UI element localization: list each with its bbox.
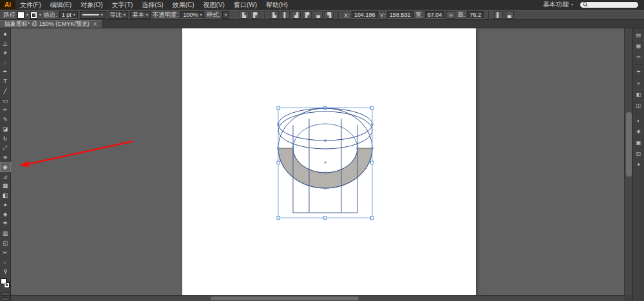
symbol-sprayer-tool[interactable]: ☂	[1, 219, 10, 229]
selection-tool[interactable]: ▲	[1, 29, 10, 39]
menu-object[interactable]: 对象(O)	[76, 0, 107, 10]
line-segment-tool[interactable]: ╱	[1, 86, 10, 96]
screen-mode-button[interactable]	[1, 297, 10, 301]
workspace-switcher[interactable]: 基本功能 ▾	[543, 0, 573, 9]
fill-stroke-swatches[interactable]	[1, 278, 10, 291]
horizontal-scroll-thumb[interactable]	[211, 296, 359, 300]
ring-band-shape[interactable]	[278, 148, 372, 188]
fill-color-swatch[interactable]	[17, 12, 24, 19]
align-left-icon[interactable]: ▙	[270, 11, 279, 19]
horizontal-scrollbar[interactable]	[11, 295, 624, 301]
handle-mid-left[interactable]	[277, 161, 280, 164]
direct-selection-tool[interactable]: △	[1, 39, 10, 48]
menu-select[interactable]: 选择(S)	[137, 0, 167, 10]
preferences-icon[interactable]: ▛	[251, 11, 260, 19]
lasso-tool[interactable]: ◌	[1, 57, 10, 67]
opacity-caret-icon[interactable]: ▾	[200, 13, 202, 17]
top-ellipse-path[interactable]	[278, 108, 372, 141]
paintbrush-tool[interactable]: ✑	[1, 105, 10, 115]
perspective-grid-tool[interactable]: ⊿	[1, 171, 10, 181]
menu-view[interactable]: 视图(V)	[199, 0, 229, 10]
fill-caret-icon[interactable]: ▾	[26, 13, 28, 17]
hand-tool[interactable]: ☞	[1, 257, 10, 267]
eyedropper-tool[interactable]: ✦	[1, 200, 10, 210]
type-tool[interactable]: T	[1, 77, 10, 86]
fill-swatch[interactable]	[1, 278, 6, 284]
inner-ellipse-path[interactable]	[293, 124, 357, 173]
x-field[interactable]: 104.186	[352, 11, 378, 19]
y-field[interactable]: 158.531	[387, 11, 413, 19]
artboard-tool[interactable]: ◱	[1, 238, 10, 248]
style-dropdown[interactable]: ▾	[222, 11, 229, 19]
align-top-icon[interactable]: ▛	[303, 11, 312, 19]
rotate-tool[interactable]: ↻	[1, 133, 10, 143]
menu-file[interactable]: 文件(F)	[15, 0, 46, 10]
drawing-mode-button[interactable]	[1, 292, 10, 296]
menu-effect[interactable]: 效果(C)	[168, 0, 199, 10]
handle-top-left[interactable]	[277, 106, 280, 110]
search-box[interactable]	[580, 1, 639, 8]
slice-tool[interactable]: ✂	[1, 248, 10, 257]
menu-window[interactable]: 窗口(W)	[229, 0, 261, 10]
width-tool[interactable]: ≋	[1, 153, 10, 162]
document-tab[interactable]: 抽象图标* @ 150% (CMYK/预览) ×	[0, 20, 102, 28]
handle-bottom-left[interactable]	[277, 217, 280, 220]
links-panel-icon[interactable]: ✦	[634, 160, 643, 169]
appearance-panel-icon[interactable]: ◐	[634, 117, 643, 125]
swatches-panel-icon[interactable]: ▦	[634, 42, 643, 50]
blend-tool[interactable]: ❖	[1, 209, 10, 219]
handle-bottom-right[interactable]	[371, 217, 374, 220]
gradient-tool[interactable]: ◧	[1, 191, 10, 200]
stroke-weight-field[interactable]: 1 pt ▾	[59, 11, 78, 19]
pencil-tool[interactable]: ✎	[1, 115, 10, 124]
artwork-ring-shape[interactable]	[182, 28, 476, 295]
align-h-center-icon[interactable]: ▌	[281, 11, 290, 19]
rectangle-tool[interactable]: ▭	[1, 95, 10, 105]
symbols-panel-icon[interactable]: ☂	[634, 68, 643, 77]
stroke-style-dropdown[interactable]: ▾	[80, 11, 106, 19]
transparency-panel-icon[interactable]: ◫	[634, 101, 643, 110]
handle-bottom-center[interactable]	[324, 217, 327, 220]
brushes-panel-icon[interactable]: ✑	[634, 53, 643, 61]
column-graph-tool[interactable]: ▥	[1, 229, 10, 238]
menu-edit[interactable]: 编辑(E)	[46, 0, 76, 10]
artboards-panel-icon[interactable]: ◱	[634, 150, 643, 158]
align-right-icon[interactable]: ▟	[292, 11, 301, 19]
stroke-weight-caret-icon[interactable]: ▾	[73, 13, 75, 17]
zoom-tool[interactable]: ⚲	[1, 267, 10, 277]
link-dimensions-icon[interactable]: ∞	[446, 11, 455, 19]
menu-type[interactable]: 文字(T)	[108, 0, 138, 10]
stroke-panel-icon[interactable]: ≡	[634, 79, 643, 88]
layers-panel-icon[interactable]: ▣	[634, 139, 643, 147]
align-bottom-icon[interactable]: ▜	[325, 11, 334, 19]
isolate-icon[interactable]: ▄	[505, 11, 514, 19]
shape-builder-tool[interactable]: ◉	[1, 162, 10, 172]
width-field[interactable]: 67.04	[425, 11, 445, 19]
align-v-center-icon[interactable]: ▄	[314, 11, 323, 19]
stroke-color-swatch[interactable]	[30, 12, 37, 19]
transform-panel-icon[interactable]: ▌	[494, 11, 503, 19]
eraser-tool[interactable]: ◪	[1, 124, 10, 134]
handle-top-right[interactable]	[371, 106, 374, 110]
brush-definition-dropdown[interactable]: 基本 ▾	[130, 11, 151, 19]
handle-mid-right[interactable]	[371, 161, 374, 164]
mesh-tool[interactable]: ▦	[1, 181, 10, 191]
width-profile-dropdown[interactable]: 等比 ▾	[108, 11, 128, 19]
canvas-pasteboard[interactable]	[11, 28, 632, 301]
second-ellipse-path[interactable]	[278, 112, 372, 149]
magic-wand-tool[interactable]: ✶	[1, 48, 10, 58]
document-setup-icon[interactable]: ▙	[240, 11, 249, 19]
menu-help[interactable]: 帮助(H)	[261, 0, 292, 10]
scale-tool[interactable]: ⤢	[1, 143, 10, 153]
color-panel-icon[interactable]: ▤	[634, 31, 643, 39]
artboard[interactable]	[182, 28, 476, 295]
search-input[interactable]	[590, 1, 635, 8]
height-field[interactable]: 76.2	[467, 11, 484, 19]
gradient-panel-icon[interactable]: ◧	[634, 90, 643, 99]
graphic-styles-panel-icon[interactable]: ❖	[634, 128, 643, 136]
vertical-scrollbar[interactable]	[624, 28, 632, 295]
close-icon[interactable]: ×	[93, 21, 97, 28]
app-logo[interactable]: Ai	[0, 0, 15, 10]
vertical-scroll-thumb[interactable]	[626, 112, 632, 177]
opacity-field[interactable]: 100% ▾	[180, 11, 204, 19]
